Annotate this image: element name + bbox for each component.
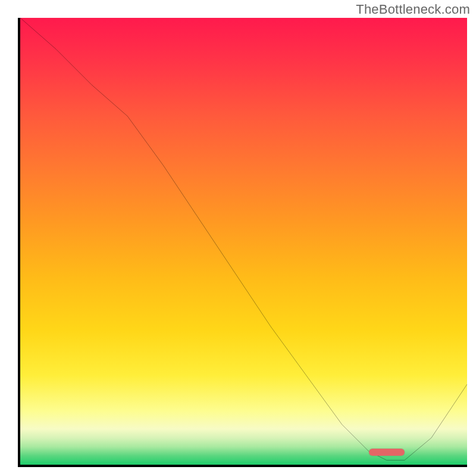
watermark-text: TheBottleneck.com <box>356 2 470 17</box>
optimal-region-marker <box>369 449 405 456</box>
background-gradient <box>20 18 467 465</box>
plot-area <box>18 18 467 467</box>
chart-container: TheBottleneck.com <box>0 0 476 476</box>
